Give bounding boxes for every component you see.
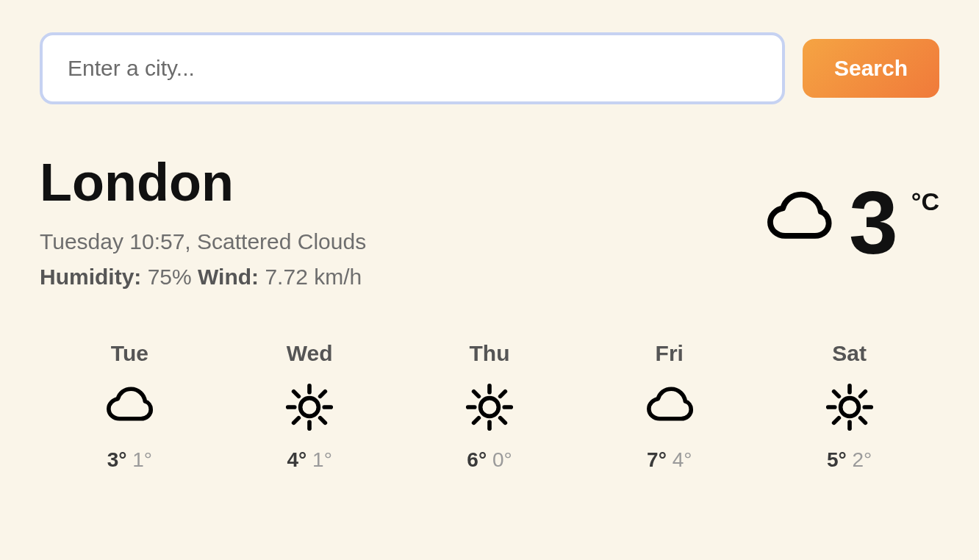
- current-temp-block: 3 °C: [762, 183, 939, 262]
- forecast-row: Tue 3° 1° Wed 4° 1° Thu 6° 0° Fri 7° 4° …: [40, 341, 939, 472]
- forecast-hi: 6°: [467, 448, 487, 471]
- forecast-day-label: Tue: [111, 341, 148, 366]
- wind-value: 7.72 km/h: [265, 265, 362, 289]
- svg-point-0: [301, 398, 319, 417]
- forecast-lo: 1°: [132, 448, 152, 471]
- forecast-temps: 5° 2°: [827, 448, 872, 472]
- cloud-icon: [103, 381, 156, 434]
- forecast-hi: 4°: [287, 448, 307, 471]
- svg-line-14: [474, 392, 479, 397]
- forecast-lo: 4°: [673, 448, 692, 471]
- svg-point-18: [840, 398, 858, 417]
- forecast-temps: 6° 0°: [467, 448, 512, 472]
- cloud-icon: [643, 381, 696, 434]
- forecast-day-label: Wed: [287, 341, 333, 366]
- current-temp: 3: [849, 183, 898, 262]
- city-search-input[interactable]: [40, 32, 785, 104]
- forecast-temps: 3° 1°: [107, 448, 152, 472]
- svg-line-15: [501, 418, 506, 423]
- temp-unit: °C: [911, 187, 939, 216]
- forecast-hi: 5°: [827, 448, 847, 471]
- svg-line-23: [833, 392, 839, 397]
- sun-icon: [463, 381, 516, 434]
- svg-line-26: [860, 392, 865, 397]
- forecast-hi: 3°: [107, 448, 127, 471]
- cloud-icon: [762, 183, 836, 256]
- search-row: Search: [40, 32, 939, 104]
- forecast-hi: 7°: [647, 448, 667, 471]
- forecast-day: Sat 5° 2°: [823, 341, 876, 472]
- humidity-label: Humidity:: [40, 265, 141, 289]
- humidity-wind-line: Humidity: 75% Wind: 7.72 km/h: [40, 265, 366, 290]
- humidity-value: 75%: [148, 265, 192, 289]
- city-name: London: [40, 156, 366, 209]
- forecast-day-label: Sat: [832, 341, 867, 366]
- forecast-day: Wed 4° 1°: [283, 341, 336, 472]
- forecast-day: Tue 3° 1°: [103, 341, 156, 472]
- forecast-day-label: Thu: [469, 341, 509, 366]
- svg-line-24: [860, 418, 865, 423]
- forecast-lo: 1°: [312, 448, 332, 471]
- forecast-lo: 0°: [492, 448, 512, 471]
- wind-label: Wind:: [198, 265, 259, 289]
- forecast-day-label: Fri: [656, 341, 684, 366]
- svg-line-7: [294, 418, 299, 423]
- forecast-temps: 4° 1°: [287, 448, 332, 472]
- svg-line-16: [474, 418, 479, 423]
- svg-point-9: [481, 398, 499, 417]
- current-left: London Tuesday 10:57, Scattered Clouds H…: [40, 156, 366, 290]
- datetime-condition: Tuesday 10:57, Scattered Clouds: [40, 229, 366, 254]
- svg-line-17: [501, 392, 506, 397]
- forecast-day: Fri 7° 4°: [643, 341, 696, 472]
- svg-line-5: [294, 392, 299, 397]
- sun-icon: [283, 381, 336, 434]
- forecast-lo: 2°: [852, 448, 872, 471]
- current-weather: London Tuesday 10:57, Scattered Clouds H…: [40, 156, 939, 290]
- forecast-day: Thu 6° 0°: [463, 341, 516, 472]
- svg-line-25: [833, 418, 839, 423]
- svg-line-6: [320, 418, 326, 423]
- sun-icon: [823, 381, 876, 434]
- svg-line-8: [320, 392, 326, 397]
- forecast-temps: 7° 4°: [647, 448, 692, 472]
- search-button[interactable]: Search: [803, 39, 939, 98]
